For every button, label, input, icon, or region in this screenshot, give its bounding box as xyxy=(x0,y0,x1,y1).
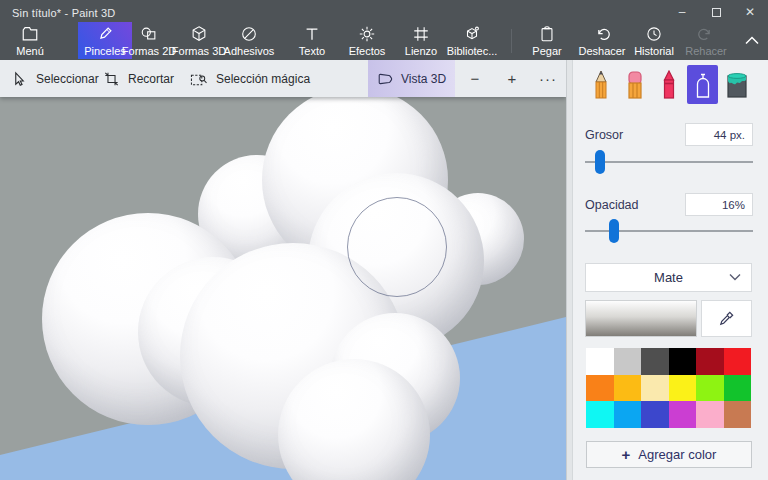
color-swatch[interactable] xyxy=(641,348,669,375)
thickness-slider-handle[interactable] xyxy=(595,150,605,174)
brushes-panel: Grosor 44 px. Opacidad 16% Mate xyxy=(566,60,768,480)
ellipsis-icon: ··· xyxy=(539,70,557,87)
brush-cursor-ring xyxy=(347,197,447,297)
eraser-icon xyxy=(625,70,645,100)
history-button[interactable]: Historial xyxy=(629,22,679,59)
tab-shapes-3d[interactable]: Formas 3D xyxy=(171,22,227,59)
magic-select-button[interactable]: Selección mágica xyxy=(190,60,310,97)
crop-button[interactable]: Recortar xyxy=(104,60,174,97)
tab-shapes-2d-label: Formas 2D xyxy=(122,45,176,57)
view-3d-toggle[interactable]: Vista 3D xyxy=(368,60,455,97)
tool-pencil[interactable] xyxy=(585,65,616,104)
zoom-in-icon: + xyxy=(508,70,517,87)
thickness-value[interactable]: 44 px. xyxy=(685,123,753,146)
view-3d-icon xyxy=(377,72,393,86)
tab-brushes-label: Pinceles xyxy=(84,45,126,57)
color-swatch[interactable] xyxy=(586,375,614,402)
tab-shapes-3d-label: Formas 3D xyxy=(172,45,226,57)
sticker-icon xyxy=(240,25,258,43)
magic-select-icon xyxy=(190,71,207,87)
more-options-button[interactable]: ··· xyxy=(533,60,563,97)
minimize-button[interactable]: – xyxy=(668,0,696,24)
color-swatch[interactable] xyxy=(724,348,752,375)
tool-crayon[interactable] xyxy=(653,65,684,104)
tab-effects[interactable]: Efectos xyxy=(344,22,390,59)
maximize-icon xyxy=(712,8,721,17)
color-swatch[interactable] xyxy=(586,348,614,375)
tab-stickers-label: Adhesivos xyxy=(224,45,275,57)
window-title: Sin título* - Paint 3D xyxy=(12,7,115,19)
material-dropdown[interactable]: Mate xyxy=(585,263,752,292)
select-button[interactable]: Seleccionar xyxy=(12,60,99,97)
text-icon xyxy=(303,25,321,43)
plus-icon: + xyxy=(622,446,631,463)
color-swatch[interactable] xyxy=(614,375,642,402)
drawing-canvas[interactable] xyxy=(0,97,566,480)
paste-button[interactable]: Pegar xyxy=(527,22,567,59)
undo-button[interactable]: Deshacer xyxy=(575,22,629,59)
color-swatch[interactable] xyxy=(669,401,697,428)
crop-label: Recortar xyxy=(128,72,174,86)
opacity-label: Opacidad xyxy=(585,198,639,212)
current-color-swatch[interactable] xyxy=(585,300,697,337)
eyedropper-icon xyxy=(718,310,735,327)
color-swatch[interactable] xyxy=(641,375,669,402)
color-swatch[interactable] xyxy=(669,348,697,375)
opacity-slider[interactable] xyxy=(585,219,753,243)
canvas-frame-icon xyxy=(412,25,430,43)
add-color-button[interactable]: + Agregar color xyxy=(586,441,752,468)
redo-label: Rehacer xyxy=(685,45,727,57)
sun-icon xyxy=(358,25,376,43)
thickness-slider-track xyxy=(585,161,753,163)
paint3d-window: Sin título* - Paint 3D – ✕ Menú Pinceles… xyxy=(0,0,768,480)
color-palette xyxy=(586,348,751,428)
tab-shapes-2d[interactable]: Formas 2D xyxy=(121,22,177,59)
tool-fill-can[interactable] xyxy=(721,65,752,104)
crayon-icon xyxy=(659,70,679,100)
close-button[interactable]: ✕ xyxy=(736,0,764,24)
redo-button[interactable]: Rehacer xyxy=(681,22,731,59)
thickness-slider[interactable] xyxy=(585,150,753,174)
brush-icon xyxy=(96,25,114,43)
menu-label: Menú xyxy=(16,45,44,57)
chevron-down-icon xyxy=(729,273,741,281)
collapse-ribbon-button[interactable] xyxy=(741,28,763,52)
tool-eraser[interactable] xyxy=(619,65,650,104)
opacity-slider-handle[interactable] xyxy=(609,219,619,243)
zoom-out-button[interactable]: − xyxy=(460,60,490,97)
color-swatch[interactable] xyxy=(696,348,724,375)
undo-label: Deshacer xyxy=(578,45,625,57)
shapes-2d-icon xyxy=(140,25,158,43)
color-swatch[interactable] xyxy=(614,401,642,428)
folder-icon xyxy=(21,25,39,43)
ribbon-divider xyxy=(511,29,512,53)
chevron-up-icon xyxy=(745,36,759,45)
color-swatch[interactable] xyxy=(724,375,752,402)
pencil-icon xyxy=(591,70,611,100)
tab-text[interactable]: Texto xyxy=(290,22,334,59)
fill-can-icon xyxy=(725,70,749,100)
color-swatch[interactable] xyxy=(669,375,697,402)
crop-icon xyxy=(104,71,119,87)
tab-canvas[interactable]: Lienzo xyxy=(399,22,443,59)
tab-stickers[interactable]: Adhesivos xyxy=(222,22,276,59)
color-swatch[interactable] xyxy=(641,401,669,428)
tab-text-label: Texto xyxy=(299,45,325,57)
tab-library[interactable]: Bibliotec... xyxy=(445,22,499,59)
menu-button[interactable]: Menú xyxy=(8,22,52,59)
panel-scrollbar[interactable] xyxy=(567,60,573,480)
opacity-value[interactable]: 16% xyxy=(685,193,753,216)
opacity-value-text: 16% xyxy=(722,199,745,211)
edit-toolbar: Seleccionar Recortar Selección mágica Vi… xyxy=(0,60,566,97)
color-swatch[interactable] xyxy=(614,348,642,375)
color-swatch[interactable] xyxy=(696,375,724,402)
color-swatch[interactable] xyxy=(586,401,614,428)
brush-tool-row xyxy=(585,65,755,105)
color-swatch[interactable] xyxy=(696,401,724,428)
eyedropper-button[interactable] xyxy=(701,300,752,337)
maximize-button[interactable] xyxy=(702,0,730,24)
zoom-in-button[interactable]: + xyxy=(497,60,527,97)
color-swatch[interactable] xyxy=(724,401,752,428)
minimize-icon: – xyxy=(679,5,686,19)
tool-spray-can[interactable] xyxy=(687,65,718,104)
